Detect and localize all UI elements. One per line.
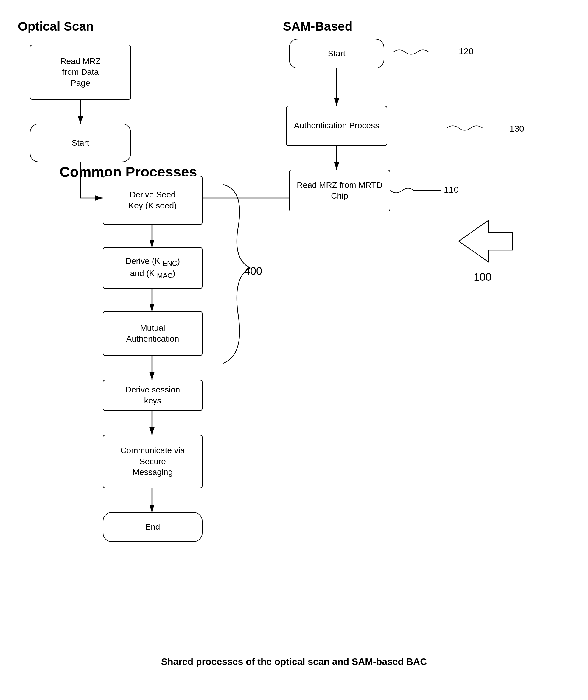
derive-seed-key-box: Derive SeedKey (K seed): [103, 176, 202, 225]
diagram-svg: [0, 0, 588, 700]
mutual-auth-box: MutualAuthentication: [103, 311, 202, 356]
ref-120: 120: [459, 46, 474, 56]
sam-start-box: Start: [289, 39, 384, 68]
ref-400: 400: [244, 265, 262, 277]
diagram-caption: Shared processes of the optical scan and…: [115, 656, 473, 667]
diagram-container: Optical Scan Read MRZfrom DataPage Start…: [0, 0, 588, 700]
auth-process-box: Authentication Process: [286, 106, 387, 146]
ref-110: 110: [444, 185, 459, 195]
optical-scan-heading: Optical Scan: [18, 19, 93, 34]
optical-read-mrz-box: Read MRZfrom DataPage: [30, 45, 131, 100]
derive-kenc-kmac-box: Derive (K ENC)and (K MAC): [103, 247, 202, 289]
ref-130: 130: [509, 124, 524, 134]
optical-start-box: Start: [30, 124, 131, 162]
end-box: End: [103, 512, 202, 542]
sam-based-heading: SAM-Based: [283, 19, 353, 34]
read-mrz-mrtd-box: Read MRZ from MRTDChip: [289, 170, 390, 211]
communicate-secure-msg-box: Communicate viaSecureMessaging: [103, 435, 202, 488]
ref-100: 100: [474, 271, 492, 283]
svg-marker-16: [459, 220, 512, 262]
derive-session-keys-box: Derive sessionkeys: [103, 380, 202, 411]
